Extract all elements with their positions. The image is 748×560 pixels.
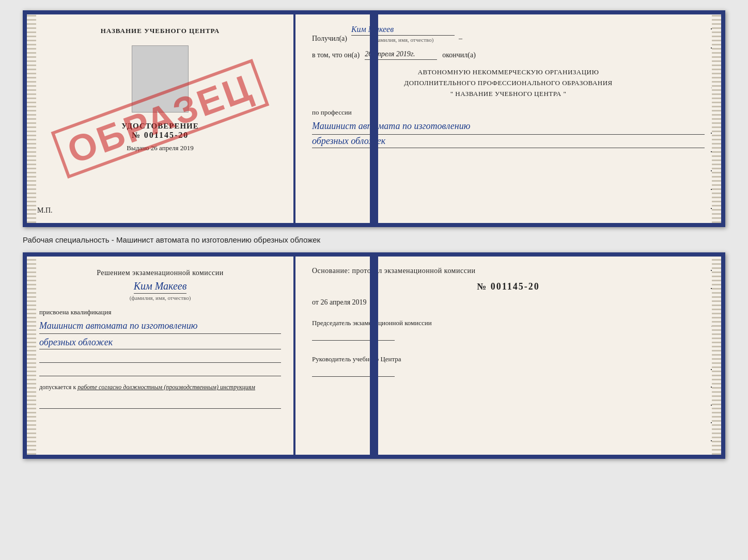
- qualification-value-bl1: Машинист автомата по изготовлению: [39, 319, 281, 334]
- bottom-left-panel: Решением экзаменационной комиссии Ким Ма…: [27, 257, 295, 455]
- bottom-right-panel: Основание: протокол экзаменационной коми…: [295, 257, 721, 455]
- spine-bottom: [370, 257, 378, 455]
- in-that-prefix: в том, что он(а): [312, 51, 360, 59]
- person-name-bl: Ким Макеев: [134, 280, 187, 294]
- caption-text: Рабочая специальность - Машинист автомат…: [23, 233, 320, 246]
- blank-line3: [39, 398, 281, 409]
- blank-line1: [39, 353, 281, 363]
- cert-number: № 001145-20: [132, 131, 189, 140]
- document-wrapper: НАЗВАНИЕ УЧЕБНОГО ЦЕНТРА УДОСТОВЕРЕНИЕ №…: [23, 10, 725, 459]
- top-document: НАЗВАНИЕ УЧЕБНОГО ЦЕНТРА УДОСТОВЕРЕНИЕ №…: [23, 10, 725, 227]
- protocol-date-prefix: от: [312, 298, 319, 306]
- mp-label: М.П.: [37, 206, 53, 215]
- cert-title: УДОСТОВЕРЕНИЕ: [121, 122, 199, 131]
- blank-line2: [39, 366, 281, 376]
- decision-title: Решением экзаменационной комиссии: [39, 269, 281, 277]
- issued-date: 26 апреля 2019: [151, 144, 194, 152]
- spine: [370, 14, 378, 223]
- top-left-panel: НАЗВАНИЕ УЧЕБНОГО ЦЕНТРА УДОСТОВЕРЕНИЕ №…: [27, 14, 295, 223]
- cert-date-issued: Выдано 26 апреля 2019: [127, 144, 193, 152]
- allow-text: допускается к работе согласно должностны…: [39, 383, 281, 391]
- top-right-panel: Получил(а) Ким Макеев (фамилия, имя, отч…: [295, 14, 721, 223]
- qualification-value-bl2: обрезных обложек: [39, 337, 281, 349]
- issued-label: Выдано: [127, 144, 149, 152]
- dash-separator: –: [459, 35, 462, 43]
- right-pattern-bottom: [712, 257, 721, 455]
- left-pattern-bottom: [27, 257, 36, 455]
- right-pattern: [712, 14, 721, 223]
- director-sig-line: [312, 366, 395, 377]
- qualification-label: присвоена квалификация: [39, 308, 281, 316]
- bottom-document: Решением экзаменационной комиссии Ким Ма…: [23, 252, 725, 459]
- photo-placeholder: [132, 45, 189, 113]
- allow-value: работе согласно должностным (производств…: [77, 383, 255, 391]
- chairman-sig-line: [312, 330, 395, 341]
- received-subtitle: (фамилия, имя, отчество): [351, 37, 455, 43]
- allow-prefix: допускается к: [39, 383, 76, 391]
- person-subtitle-bl: (фамилия, имя, отчество): [130, 295, 191, 301]
- in-that-suffix: окончил(а): [442, 51, 476, 59]
- received-prefix: Получил(а): [312, 35, 347, 43]
- protocol-date-value: 26 апреля 2019: [320, 298, 366, 306]
- received-name: Ким Макеев: [351, 25, 455, 36]
- school-name-top: НАЗВАНИЕ УЧЕБНОГО ЦЕНТРА: [101, 27, 220, 35]
